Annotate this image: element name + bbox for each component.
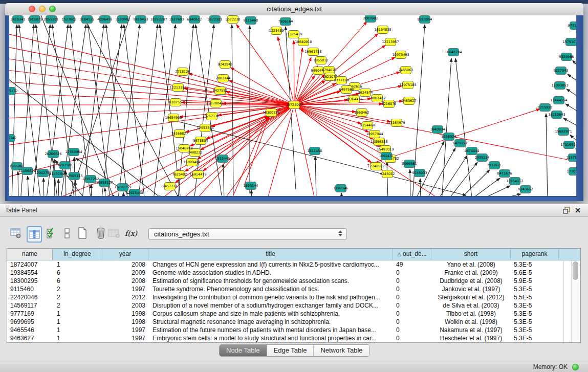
table-cell: 5.5E-5: [511, 293, 559, 301]
table-cell: 0: [393, 301, 431, 310]
graph-node-label: 10958107: [96, 181, 113, 185]
graph-node-label: 7955812: [314, 58, 329, 62]
table-cell: Hescheler et al. (1997): [431, 334, 511, 342]
graph-node-label: 10896558: [371, 140, 387, 144]
new-column-icon[interactable]: [76, 226, 89, 240]
graph-node-label: 1527602: [62, 17, 77, 21]
table-cell: 2009: [102, 269, 148, 277]
graph-node-label: 11451945: [49, 172, 66, 176]
graph-node-label: 12553584: [197, 126, 213, 130]
table-cell: 5.3E-5: [511, 318, 559, 326]
graph-node-label: 10807487: [368, 96, 385, 100]
table-cell: 19384554: [7, 269, 53, 277]
tab-edge-table[interactable]: Edge Table: [267, 345, 314, 356]
table-row[interactable]: 969969511998Structural magnetic resonanc…: [7, 318, 580, 326]
tab-network-table[interactable]: Network Table: [314, 345, 369, 356]
table-cell: Wolkin et al. (1998): [431, 318, 511, 326]
graph-node-label: 9154469: [360, 123, 375, 127]
table-cell: 5.3E-5: [511, 310, 559, 318]
graph-node-label: 9297588: [58, 163, 73, 167]
status-bar: Memory: OK: [0, 361, 588, 372]
graph-node-label: 9245033: [412, 171, 427, 175]
graph-node-label: 8813054: [418, 17, 432, 21]
table-cell: 0: [393, 285, 431, 293]
table-cell: 9777169: [7, 310, 53, 318]
table-cell: 5.3E-5: [511, 285, 559, 293]
graph-node-label: 18640910: [295, 40, 312, 44]
graph-node-label: 18724007: [286, 103, 302, 107]
table-row[interactable]: 977716911998Corpus callosum shape and si…: [7, 310, 580, 318]
graph-node-label: 1770163: [567, 169, 576, 173]
graph-node-label: 12444154: [550, 98, 567, 102]
graph-node-label: 12213357: [169, 85, 186, 90]
table-row[interactable]: 946554611997Estimation of the future num…: [7, 326, 580, 334]
graph-node-label: 7506164: [278, 19, 293, 24]
column-header-name[interactable]: name: [7, 249, 53, 260]
delete-column-icon[interactable]: [94, 226, 107, 240]
graph-node-label: 1513445: [215, 157, 230, 161]
table-cell: 5.3E-5: [511, 260, 559, 269]
graph-node-label: 4086419: [98, 17, 113, 21]
table-scrollbar[interactable]: [571, 260, 579, 342]
table-cell: 1998: [102, 310, 148, 318]
column-header-in-degree[interactable]: in_degree: [53, 249, 102, 260]
select-all-icon[interactable]: [44, 226, 57, 240]
table-cell: 9463627: [7, 334, 53, 342]
table-settings-icon[interactable]: [9, 226, 23, 240]
graph-node-label: 9242843: [218, 62, 233, 67]
table-cell: Changes of HCN gene expression and I(f) …: [148, 260, 393, 269]
graph-node-label: 8215958: [538, 105, 553, 110]
table-panel-header: Table Panel ✕: [0, 204, 588, 217]
sort-ascending-icon: △: [397, 251, 401, 257]
column-header-out-degree[interactable]: △out_de...: [393, 249, 431, 260]
table-cell: 2003: [102, 301, 148, 310]
show-columns-icon[interactable]: [27, 226, 42, 243]
tab-node-table[interactable]: Node Table: [220, 345, 267, 356]
graph-node-label: 7932621: [487, 163, 502, 167]
table-cell: Embryonic stem cells: a model to study s…: [148, 334, 393, 342]
graph-node-label: 12093853: [551, 83, 568, 87]
table-row[interactable]: 911546021997Tourette syndrome. Phenomeno…: [7, 285, 580, 293]
table-selector-dropdown[interactable]: citations_edges.txt: [148, 228, 347, 240]
graph-node-label: 1225489: [269, 29, 284, 33]
column-header-title[interactable]: title: [148, 249, 393, 260]
unselect-all-icon[interactable]: [60, 226, 74, 240]
table-row[interactable]: 1830029562008Estimation of significance …: [7, 277, 580, 285]
graph-node-label: 16648784: [445, 50, 462, 54]
graph-node-label: 6497568: [339, 87, 354, 92]
graph-node-label: 1811450: [308, 149, 322, 153]
table-cell: 5.3E-5: [511, 334, 559, 342]
graph-node-label: 9731014: [568, 24, 576, 28]
graph-node-label: 5572238: [226, 17, 241, 21]
column-header-pagerank[interactable]: pagerank: [511, 249, 559, 260]
table-cell: 2008: [102, 277, 148, 285]
memory-status-indicator[interactable]: [572, 364, 579, 370]
table-cell: 2: [53, 293, 102, 301]
table-row[interactable]: 1938455462009Genome-wide association stu…: [7, 269, 580, 277]
column-header-short[interactable]: short: [431, 249, 511, 260]
column-header-year[interactable]: year: [102, 249, 148, 260]
table-cell: 1: [53, 334, 102, 342]
table-cell: Nakamura et al. (1997): [431, 326, 511, 334]
graph-node-label: 5358924: [442, 135, 456, 139]
graph-node-label: 2055301: [44, 17, 59, 21]
table-row[interactable]: 1456911722003Disruption of a novel membe…: [7, 301, 580, 310]
function-builder-icon[interactable]: f(x): [124, 226, 138, 240]
nodes-layer: 1872400718300295924284328031448427552917…: [9, 15, 576, 196]
table-row[interactable]: 1872400712008Changes of HCN gene express…: [7, 260, 580, 269]
float-panel-icon[interactable]: [562, 206, 571, 214]
graph-node-label: 2718126: [176, 70, 190, 74]
graph-node-label: 12505115: [66, 174, 82, 178]
network-canvas[interactable]: 1872400718300295924284328031448427552917…: [9, 15, 576, 196]
graph-node-label: 10654112: [506, 179, 523, 183]
graph-node-label: 7625402: [172, 172, 187, 177]
table-scrollbar-thumb[interactable]: [573, 261, 578, 280]
table-row[interactable]: 2242004622012Investigating the contribut…: [7, 293, 580, 301]
close-panel-icon[interactable]: ✕: [574, 206, 582, 214]
table-cell: Estimation of significance thresholds fo…: [148, 277, 393, 285]
window-titlebar[interactable]: citations_edges.txt: [5, 3, 583, 16]
graph-node-label: 1505132: [9, 89, 17, 93]
table-row[interactable]: 946362711997Embryonic stem cells: a mode…: [7, 334, 580, 342]
graph-node-label: 20364436: [345, 97, 362, 101]
table-cell: 1997: [102, 334, 148, 342]
